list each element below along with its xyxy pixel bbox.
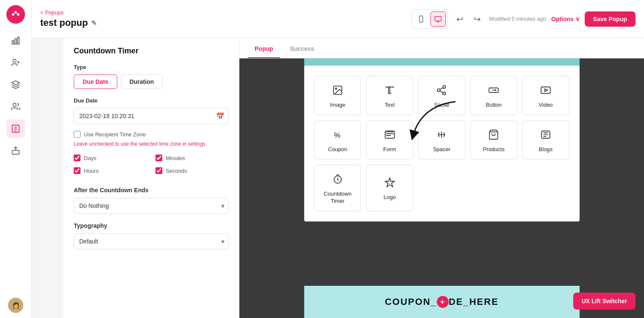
top-bar: < Popups test popup ✎ ↩ ↪ Modified 5 min… — [32, 0, 644, 38]
svg-text:%: % — [334, 130, 340, 139]
svg-point-10 — [15, 147, 16, 148]
days-checkbox-row: Days — [74, 155, 147, 161]
ux-lift-switcher-button[interactable]: UX Lift Switcher — [573, 293, 636, 310]
widget-text[interactable]: Text — [366, 76, 413, 115]
coupon-widget-label: Coupon — [328, 146, 347, 153]
svg-rect-5 — [18, 37, 19, 44]
sidebar-item-popups[interactable] — [6, 119, 25, 138]
seconds-checkbox-row: Seconds — [155, 167, 229, 174]
svg-point-16 — [438, 89, 441, 92]
image-widget-icon — [332, 85, 343, 98]
user-avatar[interactable]: 👩 — [8, 298, 23, 313]
seconds-label: Seconds — [166, 168, 187, 174]
widget-image[interactable]: Image — [314, 76, 361, 115]
typography-select[interactable]: Default — [74, 233, 229, 249]
left-settings-panel: Countdown Timer Type Due Date Duration D… — [64, 38, 239, 318]
svg-rect-12 — [435, 17, 441, 21]
widget-blogs[interactable]: Blogs — [522, 120, 569, 160]
widget-grid: Image Text Social — [314, 76, 569, 211]
svg-point-17 — [443, 92, 446, 95]
form-widget-label: Form — [383, 146, 396, 153]
redo-button[interactable]: ↪ — [470, 12, 484, 26]
button-widget-icon — [488, 85, 499, 98]
tab-popup[interactable]: Popup — [248, 40, 280, 58]
days-label: Days — [84, 155, 97, 161]
seconds-checkbox[interactable] — [155, 167, 162, 174]
due-date-input[interactable] — [74, 108, 229, 124]
undo-button[interactable]: ↩ — [453, 12, 467, 26]
widget-logo[interactable]: Logo — [366, 165, 413, 211]
after-countdown-label: After the Countdown Ends — [74, 187, 229, 194]
use-recipient-tz-checkbox[interactable] — [74, 131, 80, 138]
typography-select-wrapper: Default ▾ — [74, 233, 229, 249]
calendar-icon: 📅 — [216, 112, 225, 120]
back-to-popups[interactable]: < Popups — [40, 9, 97, 16]
hours-checkbox-row: Hours — [74, 167, 147, 174]
spacer-widget-icon — [436, 129, 447, 143]
mobile-device-btn[interactable] — [414, 11, 429, 27]
sidebar-item-team[interactable] — [6, 97, 25, 116]
hours-checkbox[interactable] — [74, 167, 80, 174]
svg-point-14 — [335, 88, 336, 89]
widget-spacer[interactable]: Spacer — [418, 120, 465, 160]
due-date-type-btn[interactable]: Due Date — [74, 75, 117, 89]
desktop-device-btn[interactable] — [430, 11, 446, 27]
tz-link[interactable]: time zone in settings — [159, 141, 205, 147]
tab-success[interactable]: Success — [283, 40, 321, 58]
social-widget-label: Social — [434, 102, 449, 109]
tz-note: Leave unchecked to use the selected time… — [74, 140, 229, 148]
due-date-input-wrapper: 📅 — [74, 108, 229, 124]
type-label: Type — [74, 64, 229, 70]
options-button[interactable]: Options ∨ — [551, 16, 580, 22]
svg-rect-4 — [15, 39, 17, 44]
sidebar-item-analytics[interactable] — [6, 31, 25, 50]
svg-point-1 — [14, 11, 17, 14]
coupon-suffix: DE_HERE — [449, 296, 499, 307]
type-toggle: Due Date Duration — [74, 75, 229, 89]
left-navigation: 👩 — [0, 0, 32, 318]
sidebar-item-contacts[interactable] — [6, 53, 25, 72]
after-countdown-select[interactable]: Do Nothing — [74, 198, 229, 214]
widget-social[interactable]: Social — [418, 76, 465, 115]
widget-video[interactable]: Video — [522, 76, 569, 115]
sidebar-item-bot[interactable] — [6, 141, 25, 160]
sidebar-item-automation[interactable] — [6, 75, 25, 94]
svg-rect-9 — [12, 150, 19, 154]
edit-title-icon[interactable]: ✎ — [91, 19, 97, 27]
widget-countdown-timer[interactable]: CountdownTimer — [314, 165, 361, 211]
save-popup-button[interactable]: Save Popup — [585, 11, 636, 27]
svg-point-0 — [12, 13, 14, 16]
countdown-timer-widget-label: CountdownTimer — [324, 191, 352, 205]
page-title: test popup — [40, 17, 88, 28]
canvas-area: Popup Success Image Text — [239, 38, 644, 318]
minutes-checkbox-row: Minutes — [155, 155, 229, 161]
widget-form[interactable]: Form — [366, 120, 413, 160]
due-date-label: Due Date — [74, 97, 229, 104]
video-widget-icon — [540, 85, 551, 98]
svg-rect-3 — [12, 41, 14, 44]
button-widget-label: Button — [486, 102, 502, 109]
use-recipient-tz-row: Use Recipient Time Zone — [74, 131, 229, 138]
modified-timestamp: Modified 5 minutes ago — [489, 16, 546, 22]
svg-rect-19 — [541, 87, 550, 93]
logo-widget-icon — [384, 177, 395, 191]
form-widget-icon — [384, 129, 395, 143]
text-widget-label: Text — [385, 102, 395, 109]
app-logo[interactable] — [6, 5, 25, 24]
main-content: Countdown Timer Type Due Date Duration D… — [64, 38, 644, 318]
minutes-checkbox[interactable] — [155, 155, 162, 161]
svg-marker-20 — [545, 89, 548, 92]
products-widget-icon — [488, 129, 499, 143]
widget-products[interactable]: Products — [470, 120, 517, 160]
coupon-plus-button[interactable]: + — [437, 296, 449, 308]
svg-point-7 — [13, 103, 16, 106]
widget-button[interactable]: Button — [470, 76, 517, 115]
duration-type-btn[interactable]: Duration — [121, 75, 163, 89]
panel-title: Countdown Timer — [74, 47, 229, 55]
widget-coupon[interactable]: % Coupon — [314, 120, 361, 160]
video-widget-label: Video — [539, 102, 553, 109]
canvas-tabs: Popup Success — [239, 38, 644, 58]
countdown-timer-widget-icon — [332, 174, 343, 187]
days-checkbox[interactable] — [74, 155, 80, 161]
blogs-widget-icon — [540, 129, 551, 143]
